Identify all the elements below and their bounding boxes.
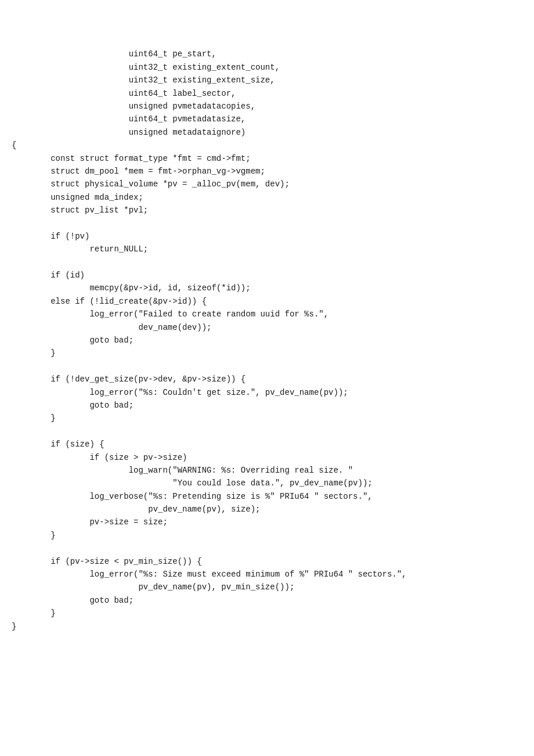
code-line: } — [12, 620, 522, 633]
code-line: if (!dev_get_size(pv->dev, &pv->size)) { — [12, 373, 522, 386]
code-line: { — [12, 139, 522, 152]
code-line: goto bad; — [12, 594, 522, 607]
code-line — [12, 360, 522, 373]
code-line: uint64_t pvmetadatasize, — [12, 113, 522, 125]
code-line: uint32_t existing_extent_count, — [12, 61, 522, 74]
code-line: const struct format_type *fmt = cmd->fmt… — [12, 152, 522, 165]
code-line: } — [12, 412, 522, 424]
code-line: log_error("%s: Couldn't get size.", pv_d… — [12, 386, 522, 399]
code-line: struct physical_volume *pv = _alloc_pv(m… — [12, 178, 522, 190]
code-line: "You could lose data.", pv_dev_name(pv))… — [12, 477, 522, 489]
code-line: return_NULL; — [12, 243, 522, 255]
code-line: log_error("Failed to create random uuid … — [12, 308, 522, 321]
code-line — [12, 217, 522, 229]
code-line: else if (!lid_create(&pv->id)) { — [12, 295, 522, 308]
code-line: uint64_t pe_start, — [12, 48, 522, 60]
code-line: log_verbose("%s: Pretending size is %" P… — [12, 490, 522, 503]
code-line: unsigned pvmetadatacopies, — [12, 100, 522, 113]
code-line: pv_dev_name(pv), size); — [12, 503, 522, 516]
code-line: uint32_t existing_extent_size, — [12, 74, 522, 87]
code-line: dev_name(dev)); — [12, 321, 522, 334]
code-line: unsigned mda_index; — [12, 191, 522, 204]
code-line: log_warn("WARNING: %s: Overriding real s… — [12, 464, 522, 477]
code-line — [12, 256, 522, 269]
code-line: unsigned metadataignore) — [12, 126, 522, 139]
code-line: if (size > pv->size) — [12, 451, 522, 464]
code-line: uint64_t label_sector, — [12, 87, 522, 100]
code-line: } — [12, 607, 522, 620]
code-line: log_error("%s: Size must exceed minimum … — [12, 568, 522, 581]
code-line: pv->size = size; — [12, 516, 522, 528]
code-line: } — [12, 347, 522, 359]
code-line: if (size) { — [12, 438, 522, 451]
code-line: goto bad; — [12, 399, 522, 412]
code-line — [12, 425, 522, 438]
code-line: } — [12, 529, 522, 542]
code-line: if (pv->size < pv_min_size()) { — [12, 555, 522, 568]
code-line: struct dm_pool *mem = fmt->orphan_vg->vg… — [12, 165, 522, 178]
code-line: memcpy(&pv->id, id, sizeof(*id)); — [12, 282, 522, 294]
code-line: if (id) — [12, 269, 522, 282]
code-line: pv_dev_name(pv), pv_min_size()); — [12, 581, 522, 593]
code-line: struct pv_list *pvl; — [12, 204, 522, 217]
code-line — [12, 542, 522, 555]
code-block: uint64_t pe_start, uint32_t existing_ext… — [0, 35, 534, 633]
code-line: goto bad; — [12, 334, 522, 347]
code-line: if (!pv) — [12, 230, 522, 243]
